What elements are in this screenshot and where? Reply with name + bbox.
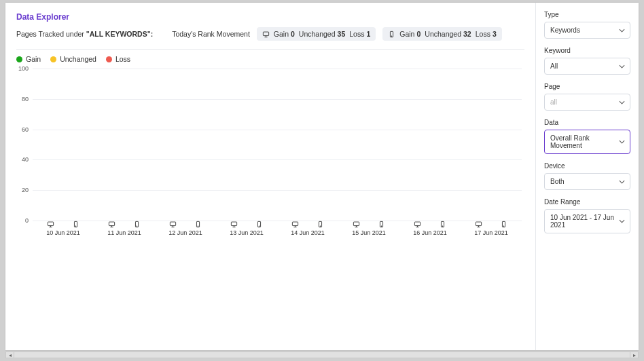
svg-point-26 [503, 226, 504, 227]
x-axis-group: 17 Jun 2021 [461, 221, 522, 245]
chart-legend: Gain Unchanged Loss [16, 55, 524, 63]
type-select[interactable]: Keywords [544, 22, 630, 39]
chevron-down-icon [619, 99, 625, 105]
x-axis-group: 11 Jun 2021 [94, 221, 155, 245]
mobile-icon [388, 31, 395, 38]
mobile-icon [500, 221, 507, 228]
chevron-down-icon [619, 178, 625, 185]
svg-rect-21 [414, 222, 420, 226]
chevron-down-icon [619, 139, 625, 145]
chevron-down-icon [619, 218, 625, 225]
mobile-icon [378, 221, 385, 228]
svg-rect-9 [170, 222, 175, 226]
x-axis-label: 13 Jun 2021 [230, 229, 264, 236]
legend-unchanged-dot [50, 56, 56, 62]
x-axis-label: 15 Jun 2021 [352, 229, 386, 236]
keyword-label: Keyword [544, 47, 630, 54]
desktop-icon [475, 221, 482, 228]
legend-gain-dot [16, 56, 22, 62]
x-axis-group: 16 Jun 2021 [399, 221, 461, 245]
y-tick: 60 [22, 126, 29, 133]
x-axis-label: 12 Jun 2021 [168, 229, 202, 236]
mobile-icon [255, 221, 263, 228]
x-axis-label: 10 Jun 2021 [46, 229, 80, 236]
x-axis-group: 14 Jun 2021 [277, 221, 338, 245]
keyword-select[interactable]: All [544, 58, 630, 75]
x-axis-group: 10 Jun 2021 [33, 221, 94, 245]
svg-rect-18 [353, 222, 359, 226]
y-tick: 20 [22, 187, 29, 193]
device-label: Device [544, 162, 630, 170]
page-title: Data Explorer [16, 12, 524, 22]
mobile-icon [194, 221, 202, 228]
svg-rect-6 [109, 222, 114, 226]
svg-point-8 [137, 226, 137, 227]
desktop-icon [169, 221, 177, 228]
x-axis-label: 14 Jun 2021 [291, 229, 325, 236]
daterange-select[interactable]: 10 Jun 2021 - 17 Jun 2021 [544, 209, 630, 233]
svg-point-17 [320, 226, 321, 227]
data-select[interactable]: Overall Rank Movement [544, 130, 630, 154]
page-select[interactable]: all [544, 94, 630, 111]
svg-point-14 [259, 226, 260, 227]
svg-rect-24 [476, 222, 481, 226]
type-label: Type [544, 11, 630, 18]
desktop-summary-pill: Gain 0 Unchanged 35 Loss 1 [257, 27, 376, 41]
device-select[interactable]: Both [544, 173, 630, 190]
mobile-icon [317, 221, 324, 228]
header-row: Pages Tracked under "ALL KEYWORDS": Toda… [16, 27, 524, 41]
x-axis-group: 15 Jun 2021 [338, 221, 399, 245]
svg-rect-3 [48, 222, 53, 226]
chevron-down-icon [619, 27, 625, 33]
x-axis-group: 12 Jun 2021 [155, 221, 216, 245]
y-tick: 0 [25, 217, 29, 224]
x-axis-label: 11 Jun 2021 [107, 229, 141, 236]
chevron-down-icon [619, 63, 625, 69]
desktop-icon [262, 31, 270, 38]
mobile-icon [439, 221, 446, 228]
svg-point-2 [391, 35, 392, 36]
svg-rect-15 [292, 222, 298, 226]
desktop-icon [47, 221, 54, 228]
desktop-icon [414, 221, 421, 228]
x-axis-label: 17 Jun 2021 [474, 229, 508, 236]
filters-sidebar: Type Keywords Keyword All Page all Data … [535, 3, 639, 350]
y-tick: 100 [18, 65, 29, 72]
divider [16, 49, 524, 50]
svg-point-23 [442, 226, 443, 227]
bars-container [33, 69, 522, 221]
horizontal-scrollbar[interactable]: ◂ ▸ [5, 352, 639, 358]
legend-unchanged: Unchanged [50, 55, 96, 63]
mobile-icon [72, 221, 79, 228]
desktop-icon [353, 221, 360, 228]
mobile-icon [133, 221, 141, 228]
y-tick: 40 [22, 156, 29, 163]
desktop-icon [291, 221, 299, 228]
legend-loss: Loss [106, 55, 130, 63]
daterange-label: Date Range [544, 198, 630, 206]
data-label: Data [544, 119, 630, 126]
today-rank-label: Today's Rank Movement [172, 30, 250, 38]
desktop-icon [230, 221, 238, 228]
page-label: Page [544, 83, 630, 90]
x-axis-label: 16 Jun 2021 [413, 229, 447, 236]
x-axis-group: 13 Jun 2021 [216, 221, 277, 245]
desktop-icon [108, 221, 115, 228]
main-panel: Data Explorer Pages Tracked under "ALL K… [5, 3, 535, 350]
svg-rect-12 [231, 222, 236, 226]
pages-tracked-label: Pages Tracked under "ALL KEYWORDS": [16, 30, 153, 38]
mobile-summary-pill: Gain 0 Unchanged 32 Loss 3 [382, 27, 501, 41]
legend-gain: Gain [16, 55, 41, 63]
svg-point-5 [75, 226, 76, 227]
svg-point-11 [198, 226, 198, 227]
svg-point-20 [381, 226, 382, 227]
scroll-left-arrow[interactable]: ◂ [6, 352, 14, 358]
chart: 020406080100 10 Jun 202111 Jun 202112 Ju… [16, 69, 524, 245]
legend-loss-dot [106, 56, 112, 62]
svg-rect-0 [263, 32, 268, 36]
scroll-right-arrow[interactable]: ▸ [630, 352, 638, 358]
y-tick: 80 [22, 96, 29, 102]
